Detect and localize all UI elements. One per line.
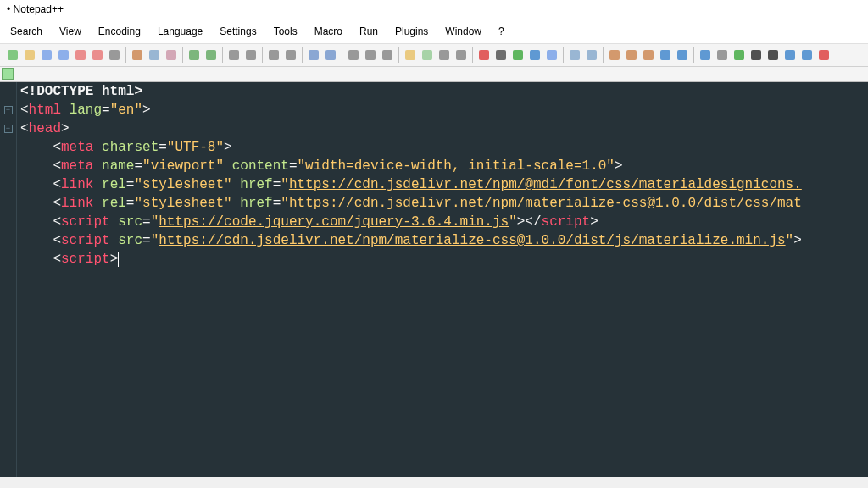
- fold-line[interactable]: [0, 213, 16, 231]
- close-icon[interactable]: [73, 47, 88, 63]
- svg-rect-36: [677, 50, 687, 60]
- token-br: >: [224, 140, 232, 155]
- find-icon[interactable]: [226, 47, 242, 63]
- toolbar-separator: [302, 47, 303, 63]
- doc-map-icon[interactable]: [420, 47, 435, 63]
- fold-line[interactable]: [0, 138, 16, 157]
- save-all-icon[interactable]: [56, 47, 71, 63]
- close-red-icon[interactable]: [816, 47, 832, 63]
- bookmark-next-icon[interactable]: [624, 47, 639, 63]
- menu-view[interactable]: View: [53, 23, 88, 40]
- sync-h-icon[interactable]: [323, 47, 338, 63]
- token-br: ></: [517, 214, 542, 230]
- close-all-icon[interactable]: [90, 47, 105, 63]
- fold-line[interactable]: −: [0, 119, 16, 138]
- indent-icon[interactable]: [380, 47, 395, 63]
- folder-browse-icon[interactable]: [403, 47, 418, 63]
- menu-window[interactable]: Window: [438, 23, 488, 40]
- code-editor[interactable]: −− <!DOCTYPE html><html lang="en"><head>…: [0, 82, 868, 477]
- arrow-up-icon[interactable]: [675, 47, 690, 63]
- fold-line-bar: [8, 194, 8, 213]
- menu-settings[interactable]: Settings: [213, 23, 263, 40]
- record-icon[interactable]: [476, 47, 492, 63]
- token-eq: =: [273, 177, 281, 192]
- menu-tools[interactable]: Tools: [267, 23, 304, 40]
- fold-marker-icon[interactable]: −: [4, 106, 13, 114]
- token-str: "UTF-8": [167, 140, 224, 155]
- token-str: ": [509, 214, 517, 230]
- cut-icon[interactable]: [130, 47, 145, 63]
- replace-icon[interactable]: [243, 47, 259, 63]
- fold-marker-icon[interactable]: −: [4, 125, 13, 133]
- js-icon[interactable]: [765, 47, 781, 63]
- check-icon[interactable]: [698, 47, 713, 63]
- paste-icon[interactable]: [164, 47, 179, 63]
- token-tag: html: [29, 103, 61, 118]
- bold-icon[interactable]: [748, 47, 764, 63]
- token-br: <: [53, 196, 61, 211]
- menu-help[interactable]: ?: [492, 23, 511, 40]
- svg-rect-38: [717, 50, 727, 60]
- svg-rect-19: [365, 50, 376, 60]
- doc-list-icon[interactable]: [437, 47, 452, 63]
- expand-icon[interactable]: [782, 47, 798, 63]
- code-line[interactable]: <html lang="en">: [20, 101, 865, 119]
- menu-macro[interactable]: Macro: [308, 23, 349, 40]
- indent-right-icon[interactable]: [584, 47, 599, 63]
- fold-line[interactable]: [0, 82, 16, 101]
- code-line[interactable]: <script src="https://cdn.jsdelivr.net/np…: [20, 231, 865, 250]
- code-line[interactable]: <script src="https://code.jquery.com/jqu…: [20, 213, 865, 231]
- code-area[interactable]: <!DOCTYPE html><html lang="en"><head> <m…: [17, 82, 868, 477]
- svg-rect-43: [802, 50, 812, 60]
- toolbar-separator: [342, 47, 342, 63]
- save-macro-icon[interactable]: [544, 47, 559, 63]
- file-tab[interactable]: [2, 68, 14, 80]
- code-line[interactable]: <!DOCTYPE html>: [20, 82, 865, 101]
- menu-plugins[interactable]: Plugins: [388, 23, 435, 40]
- menu-run[interactable]: Run: [353, 23, 385, 40]
- print-icon[interactable]: [107, 47, 122, 63]
- sync-v-icon[interactable]: [306, 47, 321, 63]
- svg-rect-34: [643, 50, 654, 60]
- copy-icon[interactable]: [147, 47, 162, 63]
- sort-icon[interactable]: [658, 47, 673, 63]
- grid-icon[interactable]: [715, 47, 730, 63]
- stop-icon[interactable]: [493, 47, 509, 63]
- bookmark-prev-icon[interactable]: [641, 47, 656, 63]
- code-line[interactable]: <head>: [20, 119, 865, 138]
- menu-search[interactable]: Search: [3, 23, 49, 40]
- bookmark-icon[interactable]: [607, 47, 622, 63]
- zoom-out-icon[interactable]: [283, 47, 298, 63]
- menu-encoding[interactable]: Encoding: [92, 23, 147, 40]
- indent-left-icon[interactable]: [567, 47, 582, 63]
- svg-rect-39: [734, 50, 744, 60]
- fold-line[interactable]: −: [0, 101, 16, 119]
- spellcheck-icon[interactable]: [732, 47, 747, 63]
- code-icon[interactable]: [799, 47, 815, 63]
- fold-line[interactable]: [0, 194, 16, 213]
- menu-language[interactable]: Language: [151, 23, 209, 40]
- svg-rect-25: [479, 50, 489, 60]
- redo-icon[interactable]: [203, 47, 219, 63]
- code-line[interactable]: <script>: [20, 250, 865, 269]
- save-icon[interactable]: [39, 47, 54, 63]
- undo-icon[interactable]: [186, 47, 202, 63]
- all-chars-icon[interactable]: [363, 47, 378, 63]
- playloop-icon[interactable]: [527, 47, 542, 63]
- fold-line[interactable]: [0, 157, 16, 175]
- code-line[interactable]: <link rel="stylesheet" href="https://cdn…: [20, 175, 865, 194]
- code-line[interactable]: <link rel="stylesheet" href="https://cdn…: [20, 194, 865, 213]
- code-line[interactable]: <meta charset="UTF-8">: [20, 138, 865, 157]
- func-list-icon[interactable]: [453, 47, 469, 63]
- svg-rect-13: [246, 50, 256, 60]
- open-file-icon[interactable]: [22, 47, 37, 63]
- code-line[interactable]: <meta name="viewport" content="width=dev…: [20, 157, 865, 175]
- fold-line[interactable]: [0, 250, 16, 269]
- fold-line[interactable]: [0, 231, 16, 250]
- new-file-icon[interactable]: [5, 47, 20, 63]
- wordwrap-icon[interactable]: [346, 47, 361, 63]
- fold-line[interactable]: [0, 175, 16, 194]
- play-icon[interactable]: [510, 47, 526, 63]
- zoom-in-icon[interactable]: [266, 47, 281, 63]
- fold-gutter[interactable]: −−: [0, 82, 17, 477]
